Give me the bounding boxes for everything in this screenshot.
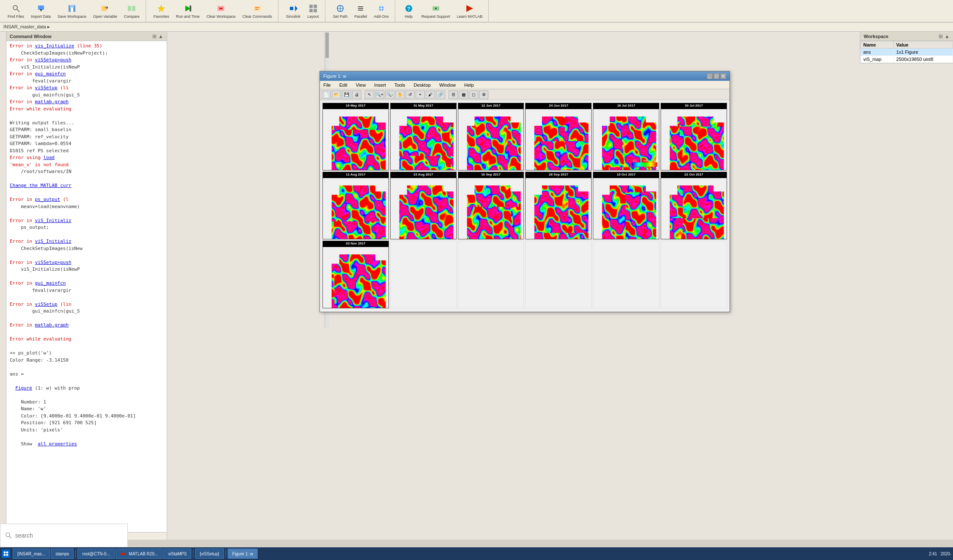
simulink-button[interactable]: Simulink	[284, 1, 303, 21]
fig-data-cursor-button[interactable]: +	[416, 91, 425, 99]
run-time-button[interactable]: Run and Time	[174, 1, 202, 21]
subplot-6[interactable]: 30 Jul 2017	[661, 103, 727, 170]
fig-brush-button[interactable]: 🖌	[426, 91, 435, 99]
vissetup-link2[interactable]: viSSetup	[35, 302, 58, 307]
subplot-7-canvas	[323, 178, 388, 239]
learn-matlab-button[interactable]: Learn MATLAB	[454, 1, 485, 21]
figure-menu-help[interactable]: Help	[463, 82, 476, 88]
favorites-button[interactable]: Favorites	[151, 1, 172, 21]
request-support-button[interactable]: Request Support	[419, 1, 453, 21]
figure-minimize-button[interactable]: _	[707, 73, 713, 79]
fig-new-button[interactable]: 📄	[322, 91, 331, 99]
taskbar-root[interactable]: root@CTN-0...	[77, 549, 114, 559]
figure-menu-edit[interactable]: Edit	[338, 82, 349, 88]
search-input[interactable]	[15, 532, 122, 539]
gui-mainfcn-link2[interactable]: gui_mainfcn	[35, 280, 66, 286]
figure-menu-desktop[interactable]: Desktop	[412, 82, 432, 88]
clear-workspace-button[interactable]: Clear Workspace	[204, 1, 238, 21]
taskbar-figure[interactable]: Figure 1: w	[228, 549, 258, 559]
fig-rotate-button[interactable]: ↺	[405, 91, 415, 99]
subplot-5[interactable]: 18 Jul 2017 -3.1 rad 3.1	[593, 103, 659, 170]
fig-zoom-in-button[interactable]: 🔍+	[375, 91, 384, 99]
fig-pan-button[interactable]: ✋	[395, 91, 405, 99]
matlab-graph-link2[interactable]: matlab.graph	[35, 322, 69, 328]
layout-icon	[308, 3, 318, 14]
fig-hide-plot-button[interactable]: ◻	[469, 91, 478, 99]
subplot-3[interactable]: 12 Jun 2017	[458, 103, 524, 170]
parallel-button[interactable]: Parallel	[352, 1, 369, 21]
vis-initialize-link2[interactable]: viS_Initializ	[35, 218, 72, 223]
subplot-2[interactable]: 31 May 2017	[390, 103, 457, 170]
subplot-8[interactable]: 23 Aug 2017	[390, 172, 457, 239]
clear-commands-label: Clear Commands	[242, 14, 272, 19]
vis-initialize-link[interactable]: vis_Initialize	[35, 43, 74, 49]
fig-property-editor-button[interactable]: ⚙	[479, 91, 488, 99]
help-button[interactable]: ? Help	[400, 1, 417, 21]
taskbar-insar[interactable]: [INSAR_mas...	[13, 549, 50, 559]
subplot-8-canvas	[391, 178, 456, 239]
vissetup-push-link2[interactable]: viSSetup>push	[35, 260, 72, 265]
fig-insert-colorbar-button[interactable]: ▦	[459, 91, 468, 99]
subplot-13[interactable]: 03 Nov 2017	[322, 241, 389, 308]
figure-menu-file[interactable]: File	[322, 82, 333, 88]
taskbar-vissetup[interactable]: [viSSetup]	[195, 549, 224, 559]
subplot-11[interactable]: 10 Oct 2017	[593, 172, 659, 239]
taskbar-stamps[interactable]: stamps	[51, 549, 74, 559]
workspace-minimize-button[interactable]: ▲	[945, 33, 950, 39]
svg-marker-13	[158, 5, 165, 12]
fig-pointer-button[interactable]: ↖	[365, 91, 374, 99]
command-window-content[interactable]: Error in vis_Initialize (line 35) CheckS…	[6, 41, 167, 532]
workspace-row[interactable]: ans 1x1 Figure	[861, 49, 953, 56]
vissetup-link1[interactable]: viSSetup	[35, 85, 58, 91]
figure-maximize-button[interactable]: □	[713, 73, 719, 79]
run-time-label: Run and Time	[176, 14, 200, 19]
ps-output-link[interactable]: ps_output	[35, 197, 61, 202]
subplot-7[interactable]: 11 Aug 2017	[322, 172, 389, 239]
vissetup-push-link1[interactable]: viSSetup>push	[35, 57, 72, 63]
set-path-button[interactable]: Set Path	[331, 1, 350, 21]
cmd-line: Error in viSSetup>push	[10, 57, 163, 64]
workspace-row[interactable]: viS_map 2500x19850 uint8	[861, 56, 953, 63]
subplot-4[interactable]: 24 Jun 2017	[525, 103, 592, 170]
panel-minimize-button[interactable]: ▲	[158, 33, 163, 39]
change-matlab-link[interactable]: Change the MATLAB curr	[10, 182, 163, 189]
search-bar[interactable]	[0, 524, 128, 547]
fig-print-button[interactable]: 🖨	[352, 91, 361, 99]
matlab-graph-link1[interactable]: matlab.graph	[35, 99, 69, 104]
cmd-line: Figure (1: w) with prop	[10, 385, 163, 392]
vis-initialize-link3[interactable]: viS_Initializ	[35, 239, 72, 244]
addons-button[interactable]: Add-Ons	[371, 1, 391, 21]
fig-zoom-out-button[interactable]: 🔍-	[385, 91, 394, 99]
svg-text:?: ?	[407, 6, 410, 12]
panel-expand-button[interactable]: ⊞	[152, 33, 157, 39]
gui-mainfcn-link1[interactable]: gui_mainfcn	[35, 71, 66, 77]
load-link[interactable]: load	[43, 155, 55, 160]
figure-menu-insert[interactable]: Insert	[372, 82, 388, 88]
figure-link[interactable]: Figure	[15, 385, 32, 391]
subplot-12[interactable]: 22 Oct 2017	[661, 172, 727, 239]
cmd-scrollbar-thumb[interactable]	[325, 33, 329, 58]
clear-commands-button[interactable]: Clear Commands	[240, 1, 275, 21]
subplot-1[interactable]: 19 May 2017	[322, 103, 389, 170]
import-data-button[interactable]: Import Data	[28, 1, 53, 21]
fig-link-button[interactable]: 🔗	[436, 91, 445, 99]
layout-button[interactable]: Layout	[305, 1, 322, 21]
figure-menu-view[interactable]: View	[354, 82, 368, 88]
taskbar-vistamps[interactable]: viStaMPS	[163, 549, 191, 559]
find-files-button[interactable]: Find Files	[5, 1, 27, 21]
figure-menu-window[interactable]: Window	[438, 82, 457, 88]
fig-insert-legend-button[interactable]: ☰	[449, 91, 458, 99]
subplot-10[interactable]: 28 Sep 2017	[525, 172, 592, 239]
subplot-9[interactable]: 16 Sep 2017	[458, 172, 524, 239]
compare-button[interactable]: Compare	[121, 1, 142, 21]
open-variable-button[interactable]: Open Variable	[91, 1, 120, 21]
fig-save-button[interactable]: 💾	[342, 91, 351, 99]
start-button[interactable]	[2, 549, 10, 558]
figure-close-button[interactable]: ✕	[720, 73, 726, 79]
all-properties-link[interactable]: all properties	[38, 441, 77, 447]
save-workspace-button[interactable]: Save Workspace	[55, 1, 89, 21]
figure-menu-tools[interactable]: Tools	[393, 82, 407, 88]
taskbar-matlab[interactable]: MATLAB R20...	[116, 549, 163, 559]
workspace-expand-button[interactable]: ⊞	[939, 33, 943, 39]
fig-open-button[interactable]: 📂	[332, 91, 341, 99]
